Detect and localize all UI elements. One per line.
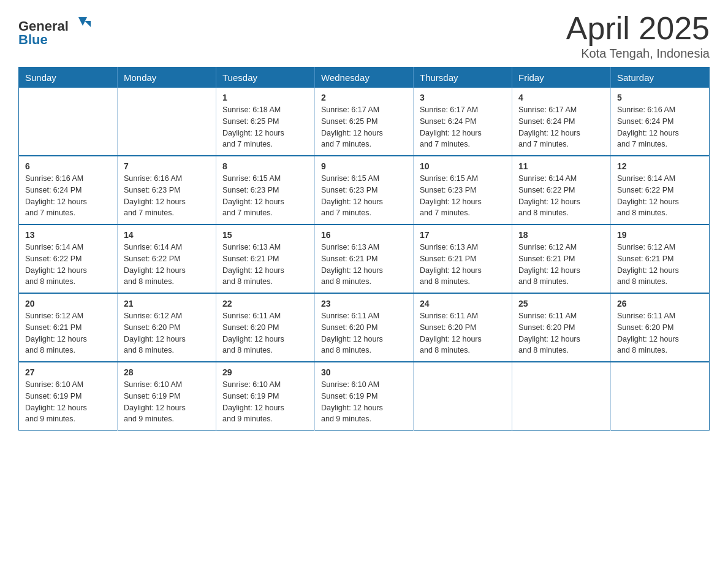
logo-svg: General Blue bbox=[18, 12, 98, 49]
day-info: Sunrise: 6:14 AMSunset: 6:22 PMDaylight:… bbox=[617, 173, 703, 219]
calendar-cell-w2-d4: 9Sunrise: 6:15 AMSunset: 6:23 PMDaylight… bbox=[315, 156, 414, 224]
calendar-cell-w5-d3: 29Sunrise: 6:10 AMSunset: 6:19 PMDayligh… bbox=[216, 362, 315, 431]
day-info: Sunrise: 6:13 AMSunset: 6:21 PMDaylight:… bbox=[321, 242, 407, 288]
calendar-title: April 2025 bbox=[566, 12, 710, 44]
day-number: 28 bbox=[124, 367, 210, 377]
calendar-cell-w1-d6: 4Sunrise: 6:17 AMSunset: 6:24 PMDaylight… bbox=[512, 88, 611, 156]
day-number: 4 bbox=[518, 93, 604, 102]
day-number: 24 bbox=[420, 299, 506, 308]
page-header: General Blue April 2025 Kota Tengah, Ind… bbox=[18, 12, 710, 61]
day-info: Sunrise: 6:10 AMSunset: 6:19 PMDaylight:… bbox=[321, 379, 407, 425]
day-number: 17 bbox=[420, 230, 506, 240]
calendar-cell-w4-d6: 25Sunrise: 6:11 AMSunset: 6:20 PMDayligh… bbox=[512, 293, 611, 362]
day-info: Sunrise: 6:16 AMSunset: 6:23 PMDaylight:… bbox=[124, 173, 210, 219]
day-number: 1 bbox=[222, 93, 308, 102]
day-info: Sunrise: 6:12 AMSunset: 6:21 PMDaylight:… bbox=[25, 310, 111, 356]
calendar-cell-w3-d5: 17Sunrise: 6:13 AMSunset: 6:21 PMDayligh… bbox=[414, 224, 512, 293]
day-number: 7 bbox=[124, 161, 210, 171]
day-info: Sunrise: 6:15 AMSunset: 6:23 PMDaylight:… bbox=[222, 173, 308, 219]
day-info: Sunrise: 6:11 AMSunset: 6:20 PMDaylight:… bbox=[222, 310, 308, 356]
day-number: 21 bbox=[124, 299, 210, 308]
calendar-cell-w2-d7: 12Sunrise: 6:14 AMSunset: 6:22 PMDayligh… bbox=[611, 156, 710, 224]
day-number: 27 bbox=[25, 367, 111, 377]
day-number: 13 bbox=[25, 230, 111, 240]
day-info: Sunrise: 6:10 AMSunset: 6:19 PMDaylight:… bbox=[25, 379, 111, 425]
day-info: Sunrise: 6:16 AMSunset: 6:24 PMDaylight:… bbox=[25, 173, 111, 219]
day-number: 15 bbox=[222, 230, 308, 240]
calendar-cell-w2-d1: 6Sunrise: 6:16 AMSunset: 6:24 PMDaylight… bbox=[19, 156, 118, 224]
day-info: Sunrise: 6:17 AMSunset: 6:24 PMDaylight:… bbox=[420, 104, 506, 150]
day-number: 19 bbox=[617, 230, 703, 240]
calendar-cell-w5-d2: 28Sunrise: 6:10 AMSunset: 6:19 PMDayligh… bbox=[118, 362, 216, 431]
calendar-cell-w4-d2: 21Sunrise: 6:12 AMSunset: 6:20 PMDayligh… bbox=[118, 293, 216, 362]
day-info: Sunrise: 6:16 AMSunset: 6:24 PMDaylight:… bbox=[617, 104, 703, 150]
calendar-cell-w4-d1: 20Sunrise: 6:12 AMSunset: 6:21 PMDayligh… bbox=[19, 293, 118, 362]
day-number: 2 bbox=[321, 93, 407, 102]
day-info: Sunrise: 6:14 AMSunset: 6:22 PMDaylight:… bbox=[124, 242, 210, 288]
calendar-location: Kota Tengah, Indonesia bbox=[566, 47, 710, 61]
day-number: 6 bbox=[25, 161, 111, 171]
calendar-cell-w5-d1: 27Sunrise: 6:10 AMSunset: 6:19 PMDayligh… bbox=[19, 362, 118, 431]
header-tuesday: Tuesday bbox=[216, 67, 315, 88]
calendar-cell-w3-d1: 13Sunrise: 6:14 AMSunset: 6:22 PMDayligh… bbox=[19, 224, 118, 293]
day-number: 30 bbox=[321, 367, 407, 377]
calendar-cell-w1-d2 bbox=[118, 88, 216, 156]
header-saturday: Saturday bbox=[611, 67, 710, 88]
calendar-cell-w2-d2: 7Sunrise: 6:16 AMSunset: 6:23 PMDaylight… bbox=[118, 156, 216, 224]
calendar-cell-w3-d4: 16Sunrise: 6:13 AMSunset: 6:21 PMDayligh… bbox=[315, 224, 414, 293]
calendar-week-5: 27Sunrise: 6:10 AMSunset: 6:19 PMDayligh… bbox=[19, 362, 710, 431]
day-number: 25 bbox=[518, 299, 604, 308]
calendar-cell-w4-d5: 24Sunrise: 6:11 AMSunset: 6:20 PMDayligh… bbox=[414, 293, 512, 362]
calendar-cell-w4-d4: 23Sunrise: 6:11 AMSunset: 6:20 PMDayligh… bbox=[315, 293, 414, 362]
calendar-cell-w3-d7: 19Sunrise: 6:12 AMSunset: 6:21 PMDayligh… bbox=[611, 224, 710, 293]
day-info: Sunrise: 6:12 AMSunset: 6:21 PMDaylight:… bbox=[518, 242, 604, 288]
day-number: 14 bbox=[124, 230, 210, 240]
calendar-cell-w4-d7: 26Sunrise: 6:11 AMSunset: 6:20 PMDayligh… bbox=[611, 293, 710, 362]
day-number: 3 bbox=[420, 93, 506, 102]
day-info: Sunrise: 6:12 AMSunset: 6:20 PMDaylight:… bbox=[124, 310, 210, 356]
calendar-week-4: 20Sunrise: 6:12 AMSunset: 6:21 PMDayligh… bbox=[19, 293, 710, 362]
day-number: 8 bbox=[222, 161, 308, 171]
title-section: April 2025 Kota Tengah, Indonesia bbox=[566, 12, 710, 61]
day-info: Sunrise: 6:17 AMSunset: 6:24 PMDaylight:… bbox=[518, 104, 604, 150]
calendar-cell-w3-d2: 14Sunrise: 6:14 AMSunset: 6:22 PMDayligh… bbox=[118, 224, 216, 293]
header-sunday: Sunday bbox=[19, 67, 118, 88]
day-number: 10 bbox=[420, 161, 506, 171]
header-thursday: Thursday bbox=[414, 67, 512, 88]
day-info: Sunrise: 6:12 AMSunset: 6:21 PMDaylight:… bbox=[617, 242, 703, 288]
day-info: Sunrise: 6:18 AMSunset: 6:25 PMDaylight:… bbox=[222, 104, 308, 150]
day-number: 11 bbox=[518, 161, 604, 171]
day-number: 16 bbox=[321, 230, 407, 240]
calendar-week-3: 13Sunrise: 6:14 AMSunset: 6:22 PMDayligh… bbox=[19, 224, 710, 293]
day-number: 18 bbox=[518, 230, 604, 240]
header-wednesday: Wednesday bbox=[315, 67, 414, 88]
day-info: Sunrise: 6:17 AMSunset: 6:25 PMDaylight:… bbox=[321, 104, 407, 150]
svg-text:Blue: Blue bbox=[18, 32, 48, 47]
calendar-cell-w1-d7: 5Sunrise: 6:16 AMSunset: 6:24 PMDaylight… bbox=[611, 88, 710, 156]
day-info: Sunrise: 6:14 AMSunset: 6:22 PMDaylight:… bbox=[25, 242, 111, 288]
day-info: Sunrise: 6:11 AMSunset: 6:20 PMDaylight:… bbox=[518, 310, 604, 356]
day-info: Sunrise: 6:11 AMSunset: 6:20 PMDaylight:… bbox=[420, 310, 506, 356]
calendar-cell-w1-d3: 1Sunrise: 6:18 AMSunset: 6:25 PMDaylight… bbox=[216, 88, 315, 156]
calendar-cell-w5-d6 bbox=[512, 362, 611, 431]
svg-marker-2 bbox=[85, 21, 91, 27]
day-info: Sunrise: 6:13 AMSunset: 6:21 PMDaylight:… bbox=[420, 242, 506, 288]
calendar-week-2: 6Sunrise: 6:16 AMSunset: 6:24 PMDaylight… bbox=[19, 156, 710, 224]
calendar-cell-w1-d4: 2Sunrise: 6:17 AMSunset: 6:25 PMDaylight… bbox=[315, 88, 414, 156]
calendar-cell-w4-d3: 22Sunrise: 6:11 AMSunset: 6:20 PMDayligh… bbox=[216, 293, 315, 362]
day-info: Sunrise: 6:11 AMSunset: 6:20 PMDaylight:… bbox=[617, 310, 703, 356]
day-number: 5 bbox=[617, 93, 703, 102]
calendar-cell-w1-d1 bbox=[19, 88, 118, 156]
calendar-cell-w1-d5: 3Sunrise: 6:17 AMSunset: 6:24 PMDaylight… bbox=[414, 88, 512, 156]
calendar-cell-w3-d3: 15Sunrise: 6:13 AMSunset: 6:21 PMDayligh… bbox=[216, 224, 315, 293]
calendar-cell-w5-d4: 30Sunrise: 6:10 AMSunset: 6:19 PMDayligh… bbox=[315, 362, 414, 431]
day-number: 26 bbox=[617, 299, 703, 308]
header-monday: Monday bbox=[118, 67, 216, 88]
logo: General Blue bbox=[18, 12, 98, 49]
calendar-cell-w5-d7 bbox=[611, 362, 710, 431]
day-info: Sunrise: 6:11 AMSunset: 6:20 PMDaylight:… bbox=[321, 310, 407, 356]
day-number: 23 bbox=[321, 299, 407, 308]
calendar-cell-w5-d5 bbox=[414, 362, 512, 431]
calendar-week-1: 1Sunrise: 6:18 AMSunset: 6:25 PMDaylight… bbox=[19, 88, 710, 156]
header-friday: Friday bbox=[512, 67, 611, 88]
